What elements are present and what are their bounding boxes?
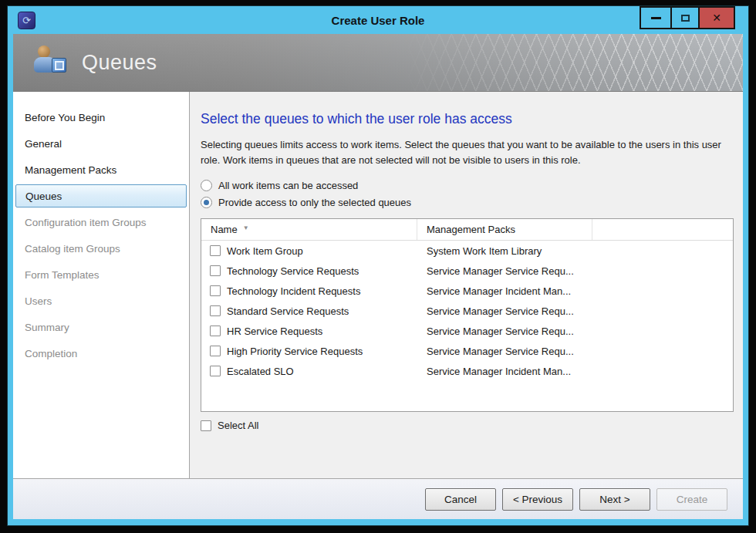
queue-row-standard-service-requests[interactable]: Standard Service Requests Service Manage… — [201, 301, 733, 321]
wizard-steps-sidebar: Before You Begin General Management Pack… — [13, 92, 190, 478]
queue-name: Technology Incident Requests — [227, 285, 360, 297]
queue-checkbox[interactable] — [210, 346, 221, 356]
window-title: Create User Role — [332, 14, 425, 27]
table-body: Work Item Group System Work Item Library… — [201, 241, 733, 381]
button-label: < Previous — [513, 494, 562, 505]
queues-user-icon — [34, 45, 68, 80]
queue-checkbox[interactable] — [210, 265, 221, 276]
radio-icon[interactable] — [201, 180, 212, 191]
table-header: Name ▼ Management Packs — [201, 219, 733, 241]
close-button[interactable]: ✕ — [698, 6, 735, 29]
management-pack-name: Service Manager Service Requ... — [417, 265, 592, 277]
queue-name: High Priority Service Requests — [227, 346, 363, 357]
queues-table: Name ▼ Management Packs — [201, 218, 734, 412]
radio-icon[interactable] — [201, 197, 212, 208]
queue-name: Technology Service Requests — [227, 265, 359, 277]
queue-row-escalated-slo[interactable]: Escalated SLO Service Manager Incident M… — [201, 361, 733, 381]
queue-name: HR Service Requests — [227, 326, 322, 337]
sidebar-item-completion[interactable]: Completion — [13, 340, 189, 366]
sidebar-item-label: Catalog item Groups — [25, 243, 120, 255]
sidebar-item-users[interactable]: Users — [13, 288, 189, 314]
content-description: Selecting queues limits access to work i… — [201, 137, 731, 167]
column-header-management-packs[interactable]: Management Packs — [417, 219, 592, 240]
queue-checkbox[interactable] — [210, 285, 221, 296]
sidebar-item-label: Summary — [25, 322, 69, 333]
button-label: Next > — [599, 494, 629, 505]
queue-row-technology-service-requests[interactable]: Technology Service Requests Service Mana… — [201, 261, 733, 281]
queue-name: Standard Service Requests — [227, 305, 349, 317]
queue-row-high-priority-service-requests[interactable]: High Priority Service Requests Service M… — [201, 341, 733, 361]
create-button[interactable]: Create — [656, 488, 727, 511]
management-pack-name: Service Manager Incident Man... — [417, 366, 592, 377]
select-all-label: Select All — [218, 420, 258, 431]
wizard-page-content: Select the queues to which the user role… — [190, 92, 743, 478]
maximize-icon — [681, 15, 690, 22]
previous-button[interactable]: < Previous — [502, 488, 573, 511]
queue-name: Work Item Group — [227, 245, 303, 257]
window-button-glyph: ✕ — [712, 12, 721, 24]
maximize-button[interactable] — [670, 6, 700, 29]
radio-label: All work items can be accessed — [218, 180, 358, 191]
minimize-icon — [651, 17, 661, 19]
sidebar-item-queues[interactable]: Queues — [15, 184, 187, 207]
column-header-filler — [592, 219, 733, 240]
content-heading: Select the queues to which the user role… — [201, 111, 734, 127]
cancel-button[interactable]: Cancel — [425, 488, 496, 511]
select-all-checkbox[interactable] — [201, 420, 211, 431]
management-pack-name: Service Manager Service Requ... — [417, 326, 592, 337]
wizard-button-bar: Cancel < Previous Next > Create — [13, 478, 743, 519]
queue-checkbox[interactable] — [210, 366, 221, 376]
radio-all-work-items[interactable]: All work items can be accessed — [201, 180, 734, 191]
management-pack-name: Service Manager Incident Man... — [417, 285, 592, 297]
sidebar-item-label: Management Packs — [25, 164, 116, 176]
button-label: Cancel — [444, 494, 477, 505]
column-header-name[interactable]: Name ▼ — [201, 219, 417, 240]
queue-row-work-item-group[interactable]: Work Item Group System Work Item Library — [201, 241, 733, 261]
queue-checkbox[interactable] — [210, 305, 221, 316]
sidebar-item-management-packs[interactable]: Management Packs — [13, 157, 189, 183]
sidebar-item-label: Queues — [25, 191, 62, 202]
mesh-decoration — [403, 34, 743, 91]
page-title: Queues — [82, 51, 157, 75]
queue-checkbox[interactable] — [210, 245, 221, 256]
management-pack-name: System Work Item Library — [417, 245, 592, 257]
queue-row-technology-incident-requests[interactable]: Technology Incident Requests Service Man… — [201, 281, 733, 301]
sidebar-item-summary[interactable]: Summary — [13, 314, 189, 340]
create-user-role-window: ⟳ Create User Role — ✕ — [8, 6, 748, 525]
sidebar-item-before-you-begin[interactable]: Before You Begin — [13, 104, 189, 130]
management-pack-name: Service Manager Service Requ... — [417, 305, 592, 317]
radio-label: Provide access to only the selected queu… — [218, 197, 411, 208]
minimize-button[interactable]: — — [640, 6, 672, 29]
sidebar-item-label: General — [25, 138, 62, 150]
button-label: Create — [677, 494, 708, 505]
window-controls: — ✕ — [641, 6, 735, 29]
radio-selected-queues[interactable]: Provide access to only the selected queu… — [201, 197, 734, 208]
next-button[interactable]: Next > — [579, 488, 650, 511]
queue-name: Escalated SLO — [227, 366, 294, 377]
queue-checkbox[interactable] — [210, 326, 221, 336]
queue-row-hr-service-requests[interactable]: HR Service Requests Service Manager Serv… — [201, 321, 733, 341]
access-radio-group: All work items can be accessed Provide a… — [201, 180, 734, 208]
sidebar-item-label: Configuration item Groups — [25, 217, 147, 228]
wizard-banner: Queues — [13, 34, 743, 92]
sidebar-item-label: Before You Begin — [25, 112, 105, 123]
sidebar-item-label: Users — [25, 295, 52, 307]
sidebar-item-catalog-item-groups[interactable]: Catalog item Groups — [13, 235, 189, 261]
sort-descending-icon: ▼ — [243, 224, 249, 231]
title-bar[interactable]: ⟳ Create User Role — ✕ — [13, 6, 743, 34]
select-all-row: Select All — [201, 420, 734, 431]
sidebar-item-label: Completion — [25, 348, 77, 359]
sidebar-item-configuration-item-groups[interactable]: Configuration item Groups — [13, 209, 189, 235]
sidebar-item-label: Form Templates — [25, 269, 100, 281]
sidebar-item-general[interactable]: General — [13, 130, 189, 157]
management-pack-name: Service Manager Service Requ... — [417, 346, 592, 357]
app-icon: ⟳ — [18, 12, 35, 29]
sidebar-item-form-templates[interactable]: Form Templates — [13, 261, 189, 288]
